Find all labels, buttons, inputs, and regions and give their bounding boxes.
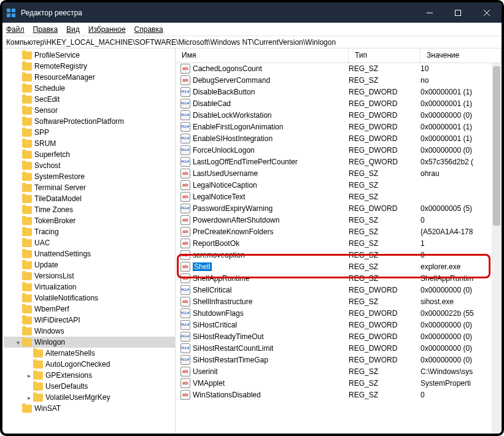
value-data: 0x00000000 (0) <box>421 146 502 155</box>
value-data: ohrau <box>421 169 502 178</box>
value-row[interactable]: SiHostRestartCountLimitREG_DWORD0x000000… <box>176 342 502 354</box>
tree-item[interactable]: ▸VolatileUserMgrKey <box>4 392 175 403</box>
value-row[interactable]: LegalNoticeCaptionREG_SZ <box>176 179 502 191</box>
value-row[interactable]: ReportBootOkREG_SZ1 <box>176 237 502 249</box>
tree-item[interactable]: RemoteRegistry <box>4 61 175 72</box>
value-row[interactable]: ShellREG_SZexplorer.exe <box>176 261 502 272</box>
close-button[interactable] <box>472 2 502 23</box>
tree-item[interactable]: Svchost <box>4 160 175 171</box>
value-row[interactable]: PowerdownAfterShutdownREG_SZ0 <box>176 214 502 226</box>
tree-twisty-icon[interactable]: ▸ <box>25 372 33 379</box>
tree-pane[interactable]: ProfileServiceRemoteRegistryResourceMana… <box>2 48 176 434</box>
value-row[interactable]: EnableFirstLogonAnimationREG_DWORD0x0000… <box>176 121 502 132</box>
tree-item[interactable]: ▸GPExtensions <box>4 370 175 381</box>
value-row[interactable]: PasswordExpiryWarningREG_DWORD0x00000005… <box>176 202 502 214</box>
tree-item[interactable]: WiFiDirectAPI <box>4 315 175 326</box>
value-row[interactable]: DisableBackButtonREG_DWORD0x00000001 (1) <box>176 86 502 98</box>
value-row[interactable]: UserinitREG_SZC:\Windows\sys <box>176 365 502 377</box>
tree-item[interactable]: Superfetch <box>4 149 175 160</box>
value-row[interactable]: PreCreateKnownFoldersREG_SZ{A520A1A4-178 <box>176 226 502 237</box>
window-frame: Редактор реестра Файл Правка Вид Избранн… <box>0 0 504 436</box>
folder-icon <box>22 52 32 59</box>
tree-item[interactable]: UAC <box>4 237 175 248</box>
tree-item[interactable]: SoftwareProtectionPlatform <box>4 116 175 127</box>
tree-twisty-icon[interactable]: ▸ <box>25 394 33 401</box>
value-row[interactable]: WinStationsDisabledREG_SZ0 <box>176 389 502 400</box>
value-type: REG_SZ <box>349 76 421 85</box>
menu-edit[interactable]: Правка <box>33 25 58 34</box>
tree-item[interactable]: Update <box>4 259 175 270</box>
binary-value-icon <box>180 355 190 365</box>
menu-view[interactable]: Вид <box>66 25 80 34</box>
value-name: DisableLockWorkstation <box>193 111 272 120</box>
value-row[interactable]: LegalNoticeTextREG_SZ <box>176 191 502 202</box>
column-type[interactable]: Тип <box>349 48 421 63</box>
app-icon <box>6 8 16 18</box>
tree-item[interactable]: WinSAT <box>4 403 175 414</box>
folder-icon <box>22 85 32 93</box>
value-row[interactable]: LastLogOffEndTimePerfCounterREG_QWORD0x5… <box>176 156 502 167</box>
value-row[interactable]: DisableCadREG_DWORD0x00000001 (1) <box>176 98 502 109</box>
menu-favorites[interactable]: Избранное <box>88 25 126 34</box>
value-row[interactable]: LastUsedUsernameREG_SZohrau <box>176 167 502 179</box>
tree-item[interactable]: ProfileService <box>4 50 175 61</box>
value-row[interactable]: SiHostReadyTimeOutREG_DWORD0x00000000 (0… <box>176 331 502 342</box>
address-bar[interactable]: Компьютер\HKEY_LOCAL_MACHINE\SOFTWARE\Mi… <box>2 36 502 48</box>
list-body[interactable]: BackgroundREG_SZ0 0 0CachedLogonsCountRE… <box>176 63 502 434</box>
tree-item[interactable]: SystemRestore <box>4 171 175 182</box>
value-row[interactable]: scremoveoptionREG_SZ0 <box>176 249 502 261</box>
menu-help[interactable]: Справка <box>134 25 163 34</box>
tree-twisty-icon[interactable]: ▾ <box>14 339 22 346</box>
tree-item[interactable]: Schedule <box>4 83 175 94</box>
tree-item[interactable]: Time Zones <box>4 204 175 215</box>
value-row[interactable]: ShellAppRuntimeREG_SZShellAppRuntim <box>176 272 502 284</box>
tree-item[interactable]: TileDataModel <box>4 193 175 204</box>
tree-item-label: ProfileService <box>34 51 80 59</box>
tree-item[interactable]: Sensor <box>4 105 175 116</box>
scrollbar-thumb[interactable] <box>493 66 500 226</box>
tree-item[interactable]: Windows <box>4 326 175 337</box>
tree-item[interactable]: Terminal Server <box>4 182 175 193</box>
tree-item[interactable]: TokenBroker <box>4 215 175 226</box>
value-row[interactable]: SiHostCriticalREG_DWORD0x00000000 (0) <box>176 319 502 331</box>
value-row[interactable]: DisableLockWorkstationREG_DWORD0x0000000… <box>176 109 502 121</box>
tree-item[interactable]: AutoLogonChecked <box>4 359 175 370</box>
maximize-button[interactable] <box>444 2 472 23</box>
value-data: 0x00000005 (5) <box>421 204 502 213</box>
tree-item[interactable]: ▾Winlogon <box>4 337 175 348</box>
titlebar[interactable]: Редактор реестра <box>2 2 502 23</box>
tree-item[interactable]: SRUM <box>4 138 175 149</box>
tree-item[interactable]: ResourceManager <box>4 72 175 83</box>
value-row[interactable]: VMAppletREG_SZSystemProperti <box>176 377 502 389</box>
list-scrollbar[interactable] <box>492 63 502 434</box>
value-row[interactable]: DebugServerCommandREG_SZno <box>176 74 502 86</box>
value-type: REG_DWORD <box>349 111 421 120</box>
value-row[interactable]: SiHostRestartTimeGapREG_DWORD0x00000000 … <box>176 354 502 365</box>
value-row[interactable]: EnableSIHostIntegrationREG_DWORD0x000000… <box>176 132 502 144</box>
string-value-icon <box>180 273 190 283</box>
tree-item-label: UserDefaults <box>45 382 88 391</box>
minimize-button[interactable] <box>416 2 444 23</box>
tree-item[interactable]: UnattendSettings <box>4 248 175 259</box>
tree-item[interactable]: Virtualization <box>4 281 175 293</box>
tree-item[interactable]: Tracing <box>4 226 175 237</box>
tree-item-label: SPP <box>34 128 49 137</box>
svg-rect-0 <box>7 9 10 12</box>
column-name[interactable]: Имя <box>176 48 349 63</box>
menu-file[interactable]: Файл <box>6 25 25 34</box>
tree-item[interactable]: WbemPerf <box>4 304 175 315</box>
tree-item[interactable]: VersionsList <box>4 270 175 281</box>
tree-item[interactable]: SecEdit <box>4 94 175 105</box>
tree-item[interactable]: AlternateShells <box>4 348 175 359</box>
tree-item[interactable]: VolatileNotifications <box>4 293 175 304</box>
value-row[interactable]: ShellCriticalREG_DWORD0x00000000 (0) <box>176 284 502 296</box>
value-row[interactable]: CachedLogonsCountREG_SZ10 <box>176 63 502 74</box>
value-row[interactable]: ShellInfrastructureREG_SZsihost.exe <box>176 296 502 307</box>
column-value[interactable]: Значение <box>421 48 502 63</box>
value-row[interactable]: ForceUnlockLogonREG_DWORD0x00000000 (0) <box>176 144 502 156</box>
tree-item-label: AlternateShells <box>45 349 95 358</box>
tree-item[interactable]: SPP <box>4 127 175 138</box>
tree-item[interactable]: UserDefaults <box>4 381 175 392</box>
folder-icon <box>22 239 32 247</box>
value-row[interactable]: ShutdownFlagsREG_DWORD0x0000022b (55 <box>176 307 502 319</box>
